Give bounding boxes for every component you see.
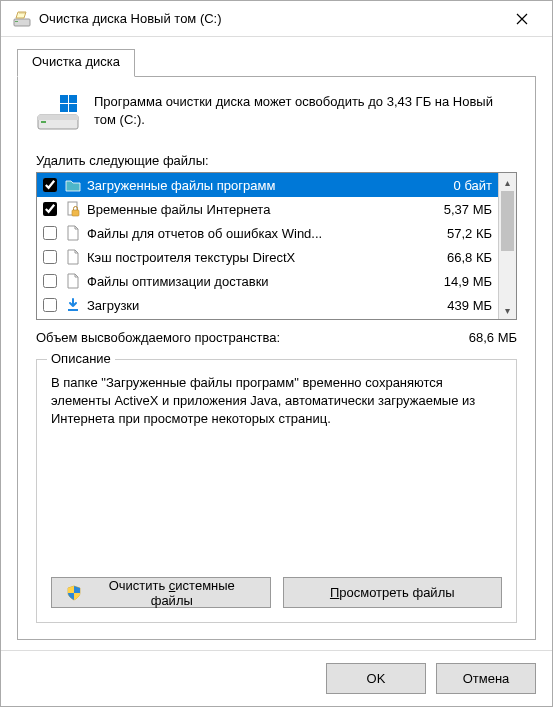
file-label: Файлы оптимизации доставки <box>87 274 416 289</box>
file-label: Файлы для отчетов об ошибках Wind... <box>87 226 416 241</box>
file-row[interactable]: Загруженные файлы программ0 байт <box>37 173 498 197</box>
app-icon <box>13 10 31 28</box>
file-checkbox[interactable] <box>43 226 57 240</box>
close-button[interactable] <box>502 5 542 33</box>
file-size: 0 байт <box>422 178 492 193</box>
lock-file-icon <box>65 201 81 217</box>
file-label: Загрузки <box>87 298 416 313</box>
file-checkbox[interactable] <box>43 202 57 216</box>
dialog-footer: OK Отмена <box>1 650 552 706</box>
tab-disk-cleanup[interactable]: Очистка диска <box>17 49 135 77</box>
file-label: Кэш построителя текстуры DirectX <box>87 250 416 265</box>
file-size: 5,37 МБ <box>422 202 492 217</box>
file-checkbox[interactable] <box>43 298 57 312</box>
file-checkbox[interactable] <box>43 274 57 288</box>
file-size: 66,8 КБ <box>422 250 492 265</box>
window-title: Очистка диска Новый том (C:) <box>39 11 502 26</box>
file-size: 14,9 МБ <box>422 274 492 289</box>
cancel-button[interactable]: Отмена <box>436 663 536 694</box>
svg-rect-2 <box>60 95 68 103</box>
scrollbar-vertical[interactable]: ▴ ▾ <box>498 173 516 319</box>
clean-system-files-label: Очистить системные файлы <box>88 578 256 608</box>
clean-system-files-button[interactable]: Очистить системные файлы <box>51 577 271 608</box>
svg-rect-0 <box>14 19 30 26</box>
svg-rect-5 <box>69 104 77 112</box>
file-icon <box>65 225 81 241</box>
delete-files-label: Удалить следующие файлы: <box>36 153 517 168</box>
total-value: 68,6 МБ <box>469 330 517 345</box>
view-files-label: Просмотреть файлы <box>330 585 455 600</box>
shield-icon <box>66 585 82 601</box>
description-text: В папке "Загруженные файлы программ" вре… <box>51 374 502 567</box>
svg-rect-1 <box>15 21 18 22</box>
file-list[interactable]: Загруженные файлы программ0 байтВременны… <box>37 173 498 319</box>
svg-rect-3 <box>69 95 77 103</box>
scroll-thumb[interactable] <box>501 191 514 251</box>
disk-cleanup-dialog: Очистка диска Новый том (C:) Очистка дис… <box>0 0 553 707</box>
intro-row: Программа очистки диска может освободить… <box>36 93 517 133</box>
file-row[interactable]: Загрузки439 МБ <box>37 293 498 317</box>
view-files-button[interactable]: Просмотреть файлы <box>283 577 503 608</box>
total-row: Объем высвобождаемого пространства: 68,6… <box>36 330 517 345</box>
svg-rect-4 <box>60 104 68 112</box>
scroll-up-arrow[interactable]: ▴ <box>499 173 516 191</box>
file-row[interactable]: Файлы для отчетов об ошибках Wind...57,2… <box>37 221 498 245</box>
file-size: 439 МБ <box>422 298 492 313</box>
file-checkbox[interactable] <box>43 178 57 192</box>
total-label: Объем высвобождаемого пространства: <box>36 330 280 345</box>
dialog-body: Очистка диска Программа очистки диск <box>1 37 552 650</box>
file-row[interactable]: Файлы оптимизации доставки14,9 МБ <box>37 269 498 293</box>
svg-rect-11 <box>68 309 78 311</box>
scroll-down-arrow[interactable]: ▾ <box>499 301 516 319</box>
svg-rect-8 <box>38 115 78 120</box>
file-icon <box>65 249 81 265</box>
file-label: Временные файлы Интернета <box>87 202 416 217</box>
drive-icon <box>36 93 80 133</box>
file-row[interactable]: Временные файлы Интернета5,37 МБ <box>37 197 498 221</box>
group-title: Описание <box>47 351 115 366</box>
file-label: Загруженные файлы программ <box>87 178 416 193</box>
svg-rect-7 <box>41 121 46 123</box>
download-icon <box>65 297 81 313</box>
ok-button[interactable]: OK <box>326 663 426 694</box>
svg-rect-10 <box>72 210 79 216</box>
file-checkbox[interactable] <box>43 250 57 264</box>
file-list-container: Загруженные файлы программ0 байтВременны… <box>36 172 517 320</box>
tab-strip: Очистка диска <box>17 49 536 77</box>
folder-cyan-icon <box>65 177 81 193</box>
file-size: 57,2 КБ <box>422 226 492 241</box>
description-group: Описание В папке "Загруженные файлы прог… <box>36 359 517 623</box>
titlebar: Очистка диска Новый том (C:) <box>1 1 552 37</box>
file-icon <box>65 273 81 289</box>
intro-text: Программа очистки диска может освободить… <box>94 93 517 133</box>
tab-panel: Программа очистки диска может освободить… <box>17 77 536 640</box>
file-row[interactable]: Кэш построителя текстуры DirectX66,8 КБ <box>37 245 498 269</box>
